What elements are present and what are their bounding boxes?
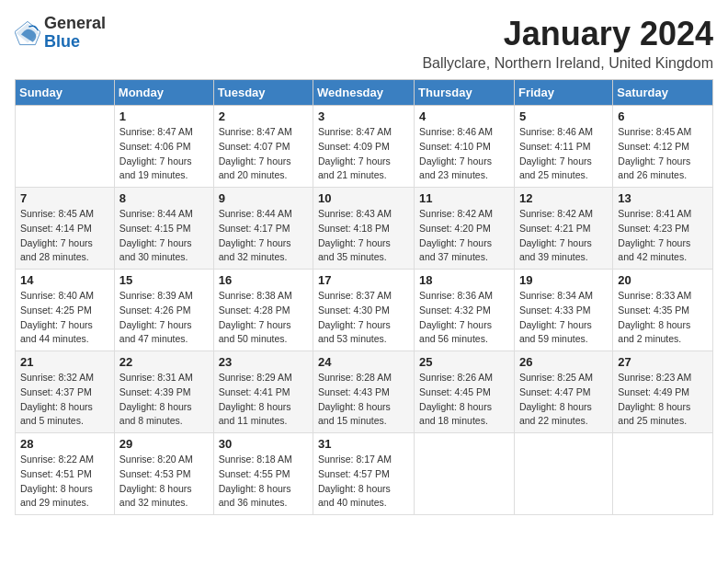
- day-number: 19: [519, 273, 608, 287]
- calendar-week-row: 21Sunrise: 8:32 AMSunset: 4:37 PMDayligh…: [16, 351, 713, 433]
- calendar-cell: 9Sunrise: 8:44 AMSunset: 4:17 PMDaylight…: [213, 188, 313, 270]
- month-title: January 2024: [422, 15, 713, 53]
- day-info: Sunrise: 8:29 AMSunset: 4:41 PMDaylight:…: [219, 371, 308, 429]
- calendar-cell: 7Sunrise: 8:45 AMSunset: 4:14 PMDaylight…: [16, 188, 115, 270]
- day-number: 8: [119, 191, 209, 205]
- day-info: Sunrise: 8:32 AMSunset: 4:37 PMDaylight:…: [20, 371, 109, 429]
- calendar-cell: 30Sunrise: 8:18 AMSunset: 4:55 PMDayligh…: [213, 433, 313, 515]
- day-number: 10: [318, 191, 409, 205]
- calendar-cell: 21Sunrise: 8:32 AMSunset: 4:37 PMDayligh…: [16, 351, 115, 433]
- day-number: 30: [219, 437, 308, 451]
- logo-icon: [15, 20, 40, 46]
- day-info: Sunrise: 8:41 AMSunset: 4:23 PMDaylight:…: [618, 207, 708, 265]
- day-info: Sunrise: 8:45 AMSunset: 4:12 PMDaylight:…: [618, 125, 708, 183]
- day-number: 20: [618, 273, 708, 287]
- day-number: 24: [318, 355, 409, 369]
- day-number: 31: [318, 437, 409, 451]
- day-number: 27: [618, 355, 708, 369]
- day-number: 2: [219, 109, 308, 123]
- day-number: 22: [119, 355, 209, 369]
- calendar-cell: 13Sunrise: 8:41 AMSunset: 4:23 PMDayligh…: [613, 188, 713, 270]
- day-number: 15: [119, 273, 209, 287]
- calendar-cell: 19Sunrise: 8:34 AMSunset: 4:33 PMDayligh…: [514, 270, 612, 351]
- calendar-cell: 24Sunrise: 8:28 AMSunset: 4:43 PMDayligh…: [313, 351, 415, 433]
- day-info: Sunrise: 8:38 AMSunset: 4:28 PMDaylight:…: [219, 289, 308, 347]
- weekday-header-thursday: Thursday: [415, 80, 515, 106]
- day-number: 18: [419, 273, 509, 287]
- day-number: 11: [419, 191, 509, 205]
- day-number: 12: [519, 191, 608, 205]
- calendar-cell: [16, 106, 115, 188]
- weekday-header-sunday: Sunday: [16, 80, 115, 106]
- day-info: Sunrise: 8:45 AMSunset: 4:14 PMDaylight:…: [20, 207, 109, 265]
- calendar-week-row: 28Sunrise: 8:22 AMSunset: 4:51 PMDayligh…: [16, 433, 713, 515]
- calendar-cell: 25Sunrise: 8:26 AMSunset: 4:45 PMDayligh…: [415, 351, 515, 433]
- day-number: 4: [419, 109, 509, 123]
- day-info: Sunrise: 8:44 AMSunset: 4:15 PMDaylight:…: [119, 207, 209, 265]
- day-number: 17: [318, 273, 409, 287]
- day-number: 28: [20, 437, 109, 451]
- day-number: 16: [219, 273, 308, 287]
- day-info: Sunrise: 8:42 AMSunset: 4:20 PMDaylight:…: [419, 207, 509, 265]
- calendar-cell: 15Sunrise: 8:39 AMSunset: 4:26 PMDayligh…: [114, 270, 213, 351]
- weekday-header-tuesday: Tuesday: [213, 80, 313, 106]
- calendar-week-row: 14Sunrise: 8:40 AMSunset: 4:25 PMDayligh…: [16, 270, 713, 351]
- calendar-week-row: 7Sunrise: 8:45 AMSunset: 4:14 PMDaylight…: [16, 188, 713, 270]
- logo-text: General Blue: [44, 15, 106, 52]
- weekday-header-saturday: Saturday: [613, 80, 713, 106]
- calendar-cell: 31Sunrise: 8:17 AMSunset: 4:57 PMDayligh…: [313, 433, 415, 515]
- calendar-cell: 26Sunrise: 8:25 AMSunset: 4:47 PMDayligh…: [514, 351, 612, 433]
- day-info: Sunrise: 8:22 AMSunset: 4:51 PMDaylight:…: [20, 453, 109, 511]
- day-info: Sunrise: 8:33 AMSunset: 4:35 PMDaylight:…: [618, 289, 708, 347]
- calendar-body: 1Sunrise: 8:47 AMSunset: 4:06 PMDaylight…: [16, 106, 713, 515]
- calendar-cell: 1Sunrise: 8:47 AMSunset: 4:06 PMDaylight…: [114, 106, 213, 188]
- day-info: Sunrise: 8:46 AMSunset: 4:10 PMDaylight:…: [419, 125, 509, 183]
- day-number: 14: [20, 273, 109, 287]
- calendar-cell: 8Sunrise: 8:44 AMSunset: 4:15 PMDaylight…: [114, 188, 213, 270]
- calendar-cell: 5Sunrise: 8:46 AMSunset: 4:11 PMDaylight…: [514, 106, 612, 188]
- day-number: 7: [20, 191, 109, 205]
- calendar-cell: 27Sunrise: 8:23 AMSunset: 4:49 PMDayligh…: [613, 351, 713, 433]
- day-info: Sunrise: 8:26 AMSunset: 4:45 PMDaylight:…: [419, 371, 509, 429]
- calendar-cell: 18Sunrise: 8:36 AMSunset: 4:32 PMDayligh…: [415, 270, 515, 351]
- logo-blue-text: Blue: [44, 33, 106, 52]
- logo: General Blue: [15, 15, 106, 52]
- day-info: Sunrise: 8:34 AMSunset: 4:33 PMDaylight:…: [519, 289, 608, 347]
- day-info: Sunrise: 8:39 AMSunset: 4:26 PMDaylight:…: [119, 289, 209, 347]
- calendar-cell: 23Sunrise: 8:29 AMSunset: 4:41 PMDayligh…: [213, 351, 313, 433]
- calendar-cell: 16Sunrise: 8:38 AMSunset: 4:28 PMDayligh…: [213, 270, 313, 351]
- calendar-cell: 28Sunrise: 8:22 AMSunset: 4:51 PMDayligh…: [16, 433, 115, 515]
- logo-general-text: General: [44, 15, 106, 33]
- day-number: 21: [20, 355, 109, 369]
- day-info: Sunrise: 8:28 AMSunset: 4:43 PMDaylight:…: [318, 371, 409, 429]
- day-info: Sunrise: 8:18 AMSunset: 4:55 PMDaylight:…: [219, 453, 308, 511]
- page-header: General Blue January 2024 Ballyclare, No…: [15, 15, 713, 72]
- calendar-header: SundayMondayTuesdayWednesdayThursdayFrid…: [16, 80, 713, 106]
- location-subtitle: Ballyclare, Northern Ireland, United Kin…: [422, 55, 713, 72]
- day-info: Sunrise: 8:46 AMSunset: 4:11 PMDaylight:…: [519, 125, 608, 183]
- calendar-cell: 17Sunrise: 8:37 AMSunset: 4:30 PMDayligh…: [313, 270, 415, 351]
- day-number: 29: [119, 437, 209, 451]
- day-info: Sunrise: 8:37 AMSunset: 4:30 PMDaylight:…: [318, 289, 409, 347]
- calendar-cell: 12Sunrise: 8:42 AMSunset: 4:21 PMDayligh…: [514, 188, 612, 270]
- calendar-cell: 22Sunrise: 8:31 AMSunset: 4:39 PMDayligh…: [114, 351, 213, 433]
- calendar-table: SundayMondayTuesdayWednesdayThursdayFrid…: [15, 79, 713, 515]
- weekday-header-friday: Friday: [514, 80, 612, 106]
- calendar-cell: 3Sunrise: 8:47 AMSunset: 4:09 PMDaylight…: [313, 106, 415, 188]
- day-info: Sunrise: 8:47 AMSunset: 4:06 PMDaylight:…: [119, 125, 209, 183]
- day-number: 25: [419, 355, 509, 369]
- day-info: Sunrise: 8:17 AMSunset: 4:57 PMDaylight:…: [318, 453, 409, 511]
- calendar-cell: 4Sunrise: 8:46 AMSunset: 4:10 PMDaylight…: [415, 106, 515, 188]
- day-info: Sunrise: 8:43 AMSunset: 4:18 PMDaylight:…: [318, 207, 409, 265]
- day-info: Sunrise: 8:44 AMSunset: 4:17 PMDaylight:…: [219, 207, 308, 265]
- weekday-header-row: SundayMondayTuesdayWednesdayThursdayFrid…: [16, 80, 713, 106]
- day-number: 26: [519, 355, 608, 369]
- calendar-cell: [415, 433, 515, 515]
- calendar-cell: 20Sunrise: 8:33 AMSunset: 4:35 PMDayligh…: [613, 270, 713, 351]
- calendar-week-row: 1Sunrise: 8:47 AMSunset: 4:06 PMDaylight…: [16, 106, 713, 188]
- calendar-cell: [613, 433, 713, 515]
- day-info: Sunrise: 8:31 AMSunset: 4:39 PMDaylight:…: [119, 371, 209, 429]
- calendar-cell: 10Sunrise: 8:43 AMSunset: 4:18 PMDayligh…: [313, 188, 415, 270]
- day-info: Sunrise: 8:23 AMSunset: 4:49 PMDaylight:…: [618, 371, 708, 429]
- day-number: 9: [219, 191, 308, 205]
